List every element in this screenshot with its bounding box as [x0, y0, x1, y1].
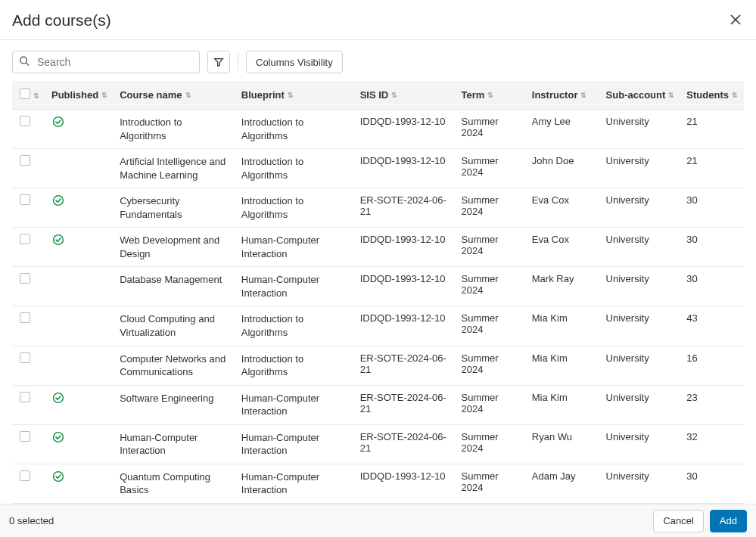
- cell-blueprint: Human-Computer Interaction: [235, 228, 354, 267]
- cell-course-name: Computer Networks and Communications: [114, 346, 235, 385]
- modal-footer: 0 selected Cancel Add: [0, 504, 756, 537]
- row-checkbox[interactable]: [20, 352, 30, 363]
- cell-instructor: Mia Kim: [526, 346, 600, 385]
- add-button[interactable]: Add: [710, 510, 747, 532]
- cell-term: Summer 2024: [455, 464, 525, 503]
- row-checkbox[interactable]: [20, 470, 30, 481]
- cell-term: Summer 2024: [455, 188, 525, 228]
- cell-blueprint: Human-Computer Interaction: [235, 464, 354, 503]
- row-checkbox[interactable]: [20, 234, 30, 244]
- row-checkbox[interactable]: [20, 116, 30, 126]
- sort-icon[interactable]: ⇅: [185, 92, 191, 99]
- columns-visibility-button[interactable]: Columns Visibility: [246, 51, 343, 73]
- cell-sis-id: IDDQD-1993-12-10: [354, 464, 456, 503]
- cell-blueprint: Introduction to Algorithms: [235, 306, 354, 346]
- cell-students: 30: [680, 228, 744, 267]
- cell-instructor: Eva Cox: [526, 188, 600, 228]
- sort-icon[interactable]: ⇅: [732, 92, 738, 99]
- toolbar: Columns Visibility: [0, 40, 756, 81]
- sort-icon[interactable]: ⇅: [668, 92, 674, 99]
- row-checkbox[interactable]: [20, 312, 30, 323]
- cell-course-name: Software Engineering: [114, 385, 235, 424]
- cell-instructor: Adam Jay: [526, 464, 600, 503]
- close-button[interactable]: [727, 11, 744, 30]
- cancel-button[interactable]: Cancel: [653, 510, 703, 532]
- cell-instructor: Mia Kim: [526, 306, 600, 346]
- cell-course-name: Introduction to Algorithms: [114, 110, 235, 149]
- col-sis-id[interactable]: SIS ID: [360, 89, 389, 101]
- col-instructor[interactable]: Instructor: [532, 89, 578, 101]
- svg-point-5: [54, 432, 64, 442]
- cell-sis-id: IDDQD-1993-12-10: [354, 267, 456, 306]
- svg-point-6: [54, 471, 64, 481]
- cell-sis-id: IDDQD-1993-12-10: [354, 228, 456, 267]
- table-row: Artificial Intelligence and Machine Lear…: [12, 149, 744, 188]
- add-label: Add: [720, 515, 737, 526]
- search-wrap: [12, 51, 200, 73]
- cell-sis-id: IDDQD-1993-12-10: [354, 149, 456, 188]
- cell-blueprint: Human-Computer Interaction: [235, 267, 354, 306]
- published-icon: [51, 431, 65, 443]
- cell-sub-account: University: [600, 306, 681, 346]
- selected-count: 0 selected: [9, 515, 54, 526]
- cell-sub-account: University: [600, 424, 681, 464]
- cell-course-name: Human-Computer Interaction: [114, 424, 235, 464]
- sort-icon[interactable]: ⇅: [580, 92, 586, 99]
- search-input[interactable]: [12, 51, 200, 73]
- cell-term: Summer 2024: [455, 267, 525, 306]
- published-icon: [51, 116, 65, 128]
- cell-term: Summer 2024: [455, 424, 525, 464]
- add-courses-modal: Add course(s) Columns Visibility ⇅ Publi…: [0, 0, 756, 537]
- sort-icon[interactable]: ⇅: [391, 92, 397, 99]
- table-row: Software EngineeringHuman-Computer Inter…: [12, 385, 744, 424]
- table-row: Quantum Computing BasicsHuman-Computer I…: [12, 464, 744, 503]
- cell-students: 43: [680, 306, 744, 346]
- cell-students: 30: [680, 188, 744, 228]
- row-checkbox[interactable]: [20, 273, 30, 284]
- table-row: Database ManagementHuman-Computer Intera…: [12, 267, 744, 306]
- cell-blueprint: Introduction to Algorithms: [235, 110, 354, 149]
- row-checkbox[interactable]: [20, 392, 30, 402]
- row-checkbox[interactable]: [20, 431, 30, 442]
- sort-icon[interactable]: ⇅: [101, 92, 107, 99]
- col-term[interactable]: Term: [461, 89, 484, 101]
- col-course-name[interactable]: Course name: [120, 89, 182, 101]
- cell-students: 32: [680, 424, 744, 464]
- cell-sis-id: IDDQD-1993-12-10: [354, 306, 456, 346]
- svg-point-1: [54, 117, 64, 127]
- cell-instructor: Amy Lee: [526, 110, 600, 149]
- row-checkbox[interactable]: [20, 194, 30, 205]
- cell-students: 21: [680, 110, 744, 149]
- row-checkbox[interactable]: [20, 155, 30, 166]
- cell-sub-account: University: [600, 110, 681, 149]
- cell-blueprint: Introduction to Algorithms: [235, 149, 354, 188]
- col-students[interactable]: Students: [686, 89, 729, 101]
- cell-course-name: Cloud Computing and Virtualization: [114, 306, 235, 346]
- cell-sub-account: University: [600, 385, 681, 424]
- select-all-checkbox[interactable]: [20, 88, 30, 99]
- cell-term: Summer 2024: [455, 110, 525, 149]
- sort-icon[interactable]: ⇅: [288, 92, 294, 99]
- col-blueprint[interactable]: Blueprint: [241, 89, 285, 101]
- cell-sis-id: IDDQD-1993-12-10: [354, 110, 456, 149]
- cancel-label: Cancel: [663, 515, 693, 526]
- svg-point-2: [54, 196, 64, 206]
- published-icon: [51, 234, 65, 246]
- svg-point-3: [54, 235, 64, 245]
- sort-icon[interactable]: ⇅: [487, 92, 493, 99]
- col-published[interactable]: Published: [51, 89, 98, 101]
- cell-sub-account: University: [600, 188, 681, 228]
- toolbar-divider: [238, 54, 238, 70]
- filter-button[interactable]: [207, 51, 230, 73]
- cell-term: Summer 2024: [455, 228, 525, 267]
- courses-table-wrap: ⇅ Published⇅ Course name⇅ Blueprint⇅ SIS…: [0, 81, 756, 504]
- close-icon: [730, 14, 741, 25]
- col-sub-account[interactable]: Sub-account: [606, 89, 666, 101]
- sort-icon[interactable]: ⇅: [33, 93, 39, 100]
- cell-students: 16: [680, 346, 744, 385]
- table-row: Web Development and DesignHuman-Computer…: [12, 228, 744, 267]
- cell-instructor: Ryan Wu: [526, 424, 600, 464]
- cell-course-name: Quantum Computing Basics: [114, 464, 235, 503]
- svg-point-4: [54, 393, 64, 402]
- cell-sub-account: University: [600, 464, 681, 503]
